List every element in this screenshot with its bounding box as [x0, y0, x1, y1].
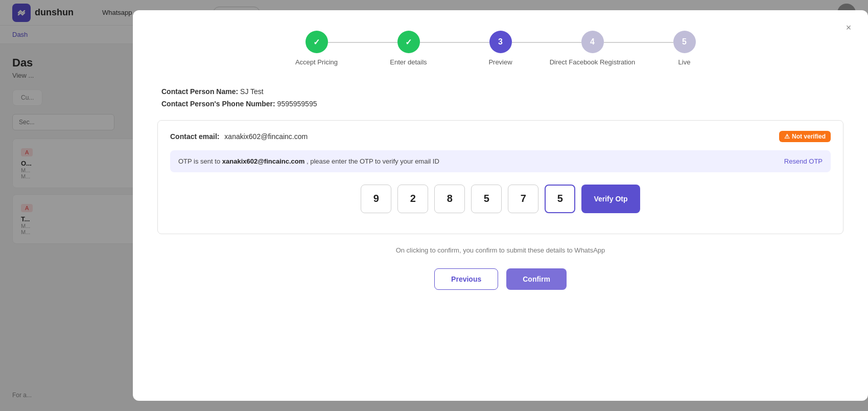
close-button[interactable]: ×	[841, 20, 856, 35]
contact-name-row: Contact Person Name: SJ Test	[161, 87, 843, 96]
otp-digit-1[interactable]: 9	[361, 185, 391, 213]
step-3-label: Preview	[488, 58, 512, 67]
otp-inputs: 9 2 8 5 7 5 Verify Otp	[170, 185, 831, 213]
otp-info-text: OTP is sent to xanakix602@fincainc.com ,…	[178, 157, 439, 165]
warning-icon: ⚠	[784, 133, 790, 140]
otp-digit-2[interactable]: 2	[397, 185, 428, 213]
modal: × ✓ Accept Pricing ✓ Enter details 3 Pre…	[133, 10, 868, 401]
otp-digit-3[interactable]: 8	[434, 185, 465, 213]
action-buttons: Previous Confirm	[157, 268, 843, 290]
contact-info: Contact Person Name: SJ Test Contact Per…	[157, 87, 843, 108]
email-label: Contact email: xanakix602@fincainc.com	[170, 132, 308, 141]
step-1-circle: ✓	[306, 31, 328, 53]
badge-text: Not verified	[792, 133, 826, 140]
step-1: ✓ Accept Pricing	[271, 31, 363, 67]
step-5: 5 Live	[639, 31, 731, 67]
not-verified-badge: ⚠ Not verified	[779, 131, 831, 142]
stepper: ✓ Accept Pricing ✓ Enter details 3 Previ…	[157, 31, 843, 67]
step-5-circle: 5	[673, 31, 696, 53]
step-2-label: Enter details	[390, 58, 427, 67]
step-3: 3 Preview	[455, 31, 547, 67]
contact-phone-row: Contact Person's Phone Number: 959595959…	[161, 100, 843, 108]
step-2: ✓ Enter details	[363, 31, 455, 67]
otp-digit-5[interactable]: 7	[508, 185, 538, 213]
step-4: 4 Direct Facebook Registration	[547, 31, 639, 67]
step-5-label: Live	[678, 58, 691, 67]
otp-digit-4[interactable]: 5	[471, 185, 502, 213]
step-4-label: Direct Facebook Registration	[550, 58, 636, 67]
otp-info-box: OTP is sent to xanakix602@fincainc.com ,…	[170, 150, 831, 172]
previous-button[interactable]: Previous	[434, 268, 498, 290]
confirm-button[interactable]: Confirm	[506, 268, 567, 290]
verify-otp-button[interactable]: Verify Otp	[581, 185, 640, 213]
resend-otp-button[interactable]: Resend OTP	[784, 157, 823, 165]
step-4-circle: 4	[581, 31, 604, 53]
step-3-circle: 3	[489, 31, 512, 53]
email-row: Contact email: xanakix602@fincainc.com ⚠…	[170, 131, 831, 142]
email-verification-box: Contact email: xanakix602@fincainc.com ⚠…	[157, 120, 843, 234]
confirm-text: On clicking to confirm, you confirm to s…	[157, 246, 843, 254]
step-1-label: Accept Pricing	[295, 58, 338, 67]
step-2-circle: ✓	[397, 31, 420, 53]
otp-digit-6[interactable]: 5	[545, 185, 575, 213]
